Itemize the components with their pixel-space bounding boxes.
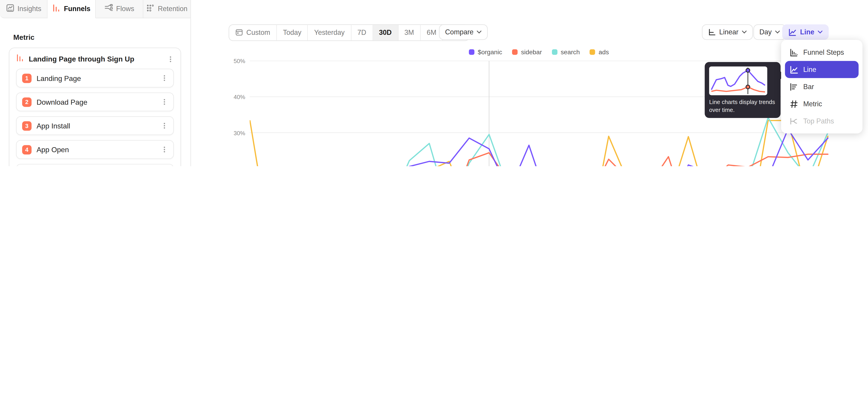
metric-icon: [789, 99, 798, 108]
chevron-down-icon: [742, 31, 747, 34]
funnel-steps-icon: [789, 48, 798, 57]
flows-icon: [104, 4, 113, 14]
y-tick-label: 30%: [223, 129, 245, 136]
line-chart-icon: [789, 65, 798, 74]
metric-card: Landing Page through Sign Up 1 Landing P…: [9, 48, 181, 166]
metric-section-title: Metric: [13, 33, 35, 41]
calendar-icon: [235, 28, 243, 37]
chevron-down-icon: [775, 31, 780, 34]
chart-type-dropdown[interactable]: Line: [782, 24, 829, 40]
tab-retention[interactable]: Retention: [143, 0, 191, 18]
report-main: CustomTodayYesterday7D30D3M6M12M Compare…: [191, 0, 868, 166]
funnel-step-1[interactable]: 1 Landing Page: [16, 69, 174, 88]
step-number-badge: 1: [22, 73, 32, 83]
chart-type-tooltip: Line charts display trends over time.: [705, 62, 781, 118]
step-label: Landing Page: [37, 74, 156, 82]
top-paths-icon: [789, 117, 798, 125]
bar-chart-icon: [789, 82, 798, 91]
tab-funnels[interactable]: Funnels: [48, 0, 95, 18]
step-label: Download Page: [37, 98, 156, 106]
linear-scale-icon: [708, 28, 716, 36]
step-label: App Install: [37, 122, 156, 130]
tab-insights[interactable]: Insights: [0, 0, 48, 18]
funnels-icon: [52, 4, 61, 14]
funnel-kebab-menu[interactable]: [167, 55, 174, 63]
range-yesterday[interactable]: Yesterday: [308, 25, 351, 40]
line-chart-icon: [788, 28, 797, 36]
legend-item-ads[interactable]: ads: [590, 49, 609, 55]
chevron-down-icon: [817, 31, 823, 34]
funnel-metric-icon: [16, 54, 24, 64]
chart-legend: $organicsidebarsearchads: [250, 49, 828, 55]
step-number-badge: 3: [22, 121, 32, 130]
menu-item-line[interactable]: Line: [785, 61, 859, 78]
report-tabs: InsightsFunnelsFlowsRetention: [0, 0, 191, 18]
step-number-badge: 4: [22, 145, 32, 154]
legend-item-organic[interactable]: $organic: [469, 49, 502, 55]
range-30d[interactable]: 30D: [373, 25, 399, 40]
legend-item-sidebar[interactable]: sidebar: [512, 49, 542, 55]
scale-dropdown[interactable]: Linear: [702, 24, 753, 40]
legend-item-search[interactable]: search: [552, 49, 580, 55]
funnels-app: InsightsFunnelsFlowsRetention Metric Lan…: [0, 0, 868, 166]
range-today[interactable]: Today: [277, 25, 308, 40]
legend-swatch: [469, 49, 474, 55]
range-custom[interactable]: Custom: [229, 25, 277, 40]
step-kebab-menu[interactable]: [161, 74, 168, 82]
menu-item-top-paths: Top Paths: [785, 113, 859, 130]
query-builder-sidebar: Metric Landing Page through Sign Up 1 La…: [0, 18, 191, 166]
range-7d[interactable]: 7D: [351, 25, 373, 40]
tab-flows[interactable]: Flows: [95, 0, 143, 18]
y-tick-label: 50%: [223, 58, 245, 64]
tooltip-text: Line charts display trends over time.: [709, 99, 776, 114]
retention-icon: [146, 4, 155, 14]
step-kebab-menu[interactable]: [161, 98, 168, 105]
funnel-step-3[interactable]: 3 App Install: [16, 116, 174, 135]
y-tick-label: 20%: [223, 165, 245, 166]
y-tick-label: 40%: [223, 93, 245, 100]
tooltip-mini-chart: [709, 66, 767, 95]
insights-icon: [6, 4, 14, 14]
step-kebab-menu[interactable]: [161, 122, 168, 130]
step-number-badge: 2: [22, 97, 32, 107]
chevron-down-icon: [477, 31, 482, 34]
compare-button[interactable]: Compare: [439, 24, 488, 40]
menu-item-bar[interactable]: Bar: [785, 78, 859, 95]
step-label: App Open: [37, 146, 156, 154]
date-range-picker: CustomTodayYesterday7D30D3M6M12M: [228, 24, 469, 41]
legend-swatch: [512, 49, 518, 55]
funnel-step-4[interactable]: 4 App Open: [16, 140, 174, 159]
legend-swatch: [552, 49, 557, 55]
granularity-dropdown[interactable]: Day: [753, 24, 786, 40]
funnel-step-2[interactable]: 2 Download Page: [16, 92, 174, 111]
step-kebab-menu[interactable]: [161, 146, 168, 153]
funnel-steps-list: 1 Landing Page 2 Download Page 3 App Ins…: [9, 69, 181, 166]
range-3m[interactable]: 3M: [398, 25, 421, 40]
chart-type-menu: Funnel StepsLineBarMetricTop Paths: [781, 40, 863, 133]
funnel-step-5[interactable]: 5 Sign Up: [16, 164, 174, 166]
legend-swatch: [590, 49, 595, 55]
funnel-title: Landing Page through Sign Up: [29, 55, 163, 63]
menu-item-funnel-steps[interactable]: Funnel Steps: [785, 44, 859, 61]
menu-item-metric[interactable]: Metric: [785, 95, 859, 113]
